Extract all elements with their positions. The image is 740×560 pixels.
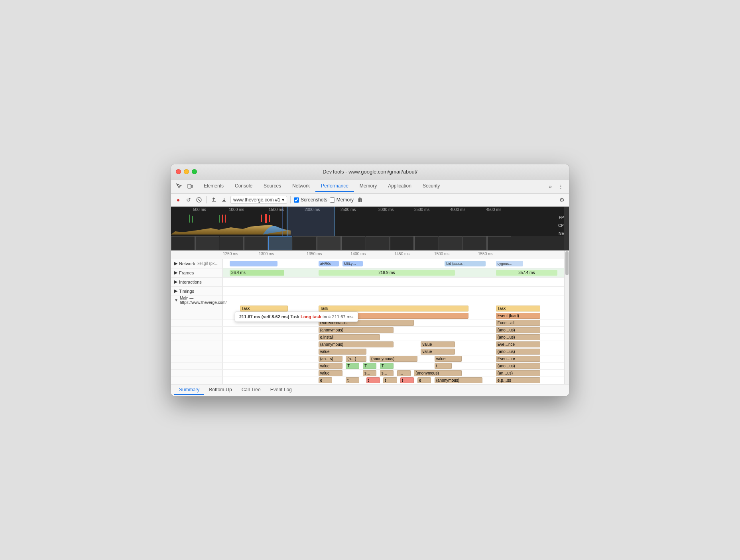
fullscreen-button[interactable] [192,169,197,174]
do-c-block[interactable]: DO…C [240,313,267,319]
frames-track-row: ▶ Frames 36.4 ms 218.9 ms 357.4 ms [171,268,564,278]
tab-application[interactable]: Application [382,181,417,192]
minimize-button[interactable] [184,169,189,174]
flame-row-5-label [171,341,223,348]
timeline-overview[interactable]: 500 ms 1000 ms 1500 ms 2000 ms 2500 ms 3… [171,207,569,250]
tab-elements[interactable]: Elements [198,181,229,192]
tab-memory[interactable]: Memory [354,181,382,192]
tab-bottom-up[interactable]: Bottom-Up [204,385,236,395]
tab-console[interactable]: Console [229,181,258,192]
tab-event-log[interactable]: Event Log [266,385,297,395]
eve-nce-block[interactable]: Eve…nce [496,341,540,347]
task-block-1[interactable]: Task [240,306,288,312]
screenshot-2[interactable] [220,236,244,250]
value-block-4[interactable]: value [435,356,462,362]
anonymous-block-4[interactable]: (anonymous) [414,370,462,376]
screenshots-checkbox-label[interactable]: Screenshots [294,197,327,203]
clear-button[interactable] [195,196,203,204]
scrollbar-thumb[interactable] [565,251,569,275]
screenshot-7[interactable] [341,236,365,250]
run-microtasks-block[interactable]: Run Microtasks [319,320,414,326]
screenshot-10[interactable] [414,236,438,250]
ano-us-block-2[interactable]: (ano…us) [496,334,540,340]
tab-sources[interactable]: Sources [258,181,287,192]
timings-track-label[interactable]: ▶ Timings [171,287,223,296]
ep-ss-block[interactable]: e.p…ss [496,377,540,383]
anonymous-block-2[interactable]: (anonymous) [319,341,394,347]
screenshot-12[interactable] [463,236,487,250]
T-block-3[interactable]: T [380,363,394,369]
a-block[interactable]: (a…) [346,356,366,362]
frames-track-label[interactable]: ▶ Frames [171,268,223,277]
screenshot-1[interactable] [195,236,219,250]
record-button[interactable]: ● [174,196,182,204]
t-block-1[interactable]: t [435,363,452,369]
t-colored-block-1[interactable]: t [366,377,380,383]
memory-checkbox-label[interactable]: Memory [330,197,354,203]
anonymous-block-3[interactable]: (anonymous) [370,356,417,362]
T-block-1[interactable]: T [346,363,359,369]
e-install-block[interactable]: e.install [319,334,380,340]
tab-call-tree[interactable]: Call Tree [237,385,266,395]
an-us-block[interactable]: (an…us) [496,370,540,376]
interactions-track-label[interactable]: ▶ Interactions [171,278,223,286]
download-button[interactable] [220,196,228,204]
ano-us-block-4[interactable]: (ano…us) [496,363,540,369]
url-select[interactable]: www.theverge.com #1 ▾ [230,196,287,204]
settings-button[interactable]: ⚙ [558,196,566,204]
an-s-block[interactable]: (an…s) [319,356,342,362]
flame-row-0-label [171,305,223,312]
inspect-icon[interactable] [174,181,184,191]
close-button[interactable] [176,169,181,174]
delete-recording-button[interactable]: 🗑 [356,196,364,204]
tab-summary[interactable]: Summary [174,385,204,395]
value-block-6[interactable]: value [319,370,342,376]
screenshot-9[interactable] [390,236,414,250]
event-load-block[interactable]: Event (load) [496,313,540,319]
screenshot-11[interactable] [439,236,462,250]
even-ire-block[interactable]: Even…ire [496,356,540,362]
timeline-scrollbar[interactable] [564,207,569,250]
screenshots-checkbox[interactable] [294,197,299,203]
tab-network[interactable]: Network [287,181,315,192]
func-all-block[interactable]: Func…all [496,320,540,326]
task-block-2[interactable]: Task [319,306,469,312]
reload-button[interactable]: ↺ [185,196,193,204]
detail-scrollbar[interactable] [564,250,569,384]
s-block-2[interactable]: s… [380,370,394,376]
value-block-2[interactable]: value [319,349,366,355]
anonymous-block-1[interactable]: (anonymous) [319,327,394,333]
e-block-1[interactable]: e [319,377,332,383]
upload-button[interactable] [210,196,218,204]
screenshot-4[interactable] [268,236,292,250]
value-block-3[interactable]: value [421,349,455,355]
memory-checkbox[interactable] [330,197,335,203]
tab-security[interactable]: Security [417,181,445,192]
task-block-3[interactable]: Task [496,306,540,312]
more-tabs-button[interactable]: » [547,182,554,191]
xhr-load-block[interactable]: XHR Load (c… [319,313,469,319]
t-colored-block-2[interactable]: t [400,377,414,383]
t-block-2[interactable]: t [346,377,359,383]
devtools-menu-button[interactable]: ⋮ [556,182,566,191]
screenshot-5[interactable] [293,236,317,250]
value-block-5[interactable]: value [319,363,342,369]
s-block-1[interactable]: s… [363,370,376,376]
T-block-2[interactable]: T [363,363,376,369]
screenshot-6[interactable] [317,236,341,250]
network-track-label[interactable]: ▶ Network xel.gif (px… [171,259,223,268]
screenshot-3[interactable] [244,236,268,250]
tab-performance[interactable]: Performance [315,181,354,192]
e-block-2[interactable]: e [417,377,431,383]
screenshot-13[interactable] [487,236,511,250]
device-mode-icon[interactable] [185,181,195,191]
i-block[interactable]: i… [397,370,411,376]
anonymous-block-5[interactable]: (anonymous) [435,377,482,383]
screenshot-8[interactable] [366,236,390,250]
t-block-3[interactable]: t [383,377,397,383]
main-track-label[interactable]: ▼ Main — https://www.theverge.com/ [171,296,223,305]
screenshot-0[interactable] [171,236,195,250]
value-block-1[interactable]: value [421,341,455,347]
ano-us-block-3[interactable]: (ano…us) [496,349,540,355]
ano-us-block-1[interactable]: (ano…us) [496,327,540,333]
